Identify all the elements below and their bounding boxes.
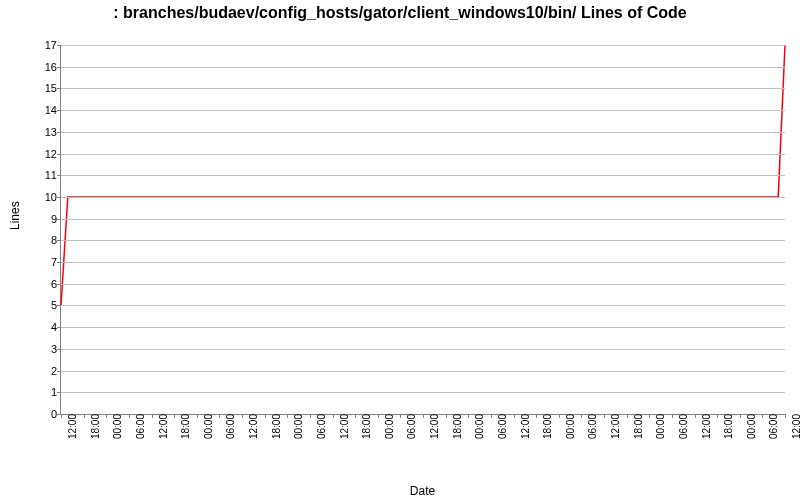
x-tick-mark (378, 414, 379, 418)
gridline (61, 327, 785, 328)
y-tick-label: 15 (27, 83, 61, 94)
x-tick-mark (310, 414, 311, 418)
x-tick-mark (672, 414, 673, 418)
x-tick-label: 12:00 (426, 414, 440, 439)
x-tick-label: 12:00 (788, 414, 800, 439)
gridline (61, 132, 785, 133)
x-tick-label: 18:00 (630, 414, 644, 439)
x-tick-mark (514, 414, 515, 418)
x-tick-label: 18:00 (449, 414, 463, 439)
y-tick-label: 10 (27, 191, 61, 202)
y-axis-label: Lines (8, 201, 22, 230)
x-tick-label: 12:00 (517, 414, 531, 439)
x-tick-label: 18:00 (268, 414, 282, 439)
x-tick-mark (491, 414, 492, 418)
gridline (61, 240, 785, 241)
x-tick-mark (785, 414, 786, 418)
x-tick-mark (219, 414, 220, 418)
x-tick-mark (129, 414, 130, 418)
x-tick-mark (287, 414, 288, 418)
x-tick-mark (536, 414, 537, 418)
x-tick-mark (649, 414, 650, 418)
y-tick-label: 11 (27, 170, 61, 181)
y-tick-label: 2 (27, 365, 61, 376)
gridline (61, 197, 785, 198)
x-tick-mark (174, 414, 175, 418)
x-tick-mark (717, 414, 718, 418)
x-tick-label: 12:00 (155, 414, 169, 439)
chart-line (61, 45, 785, 414)
y-tick-label: 4 (27, 322, 61, 333)
x-tick-label: 12:00 (64, 414, 78, 439)
y-tick-label: 6 (27, 278, 61, 289)
y-tick-label: 16 (27, 61, 61, 72)
y-tick-label: 13 (27, 126, 61, 137)
x-tick-label: 00:00 (381, 414, 395, 439)
x-tick-label: 06:00 (132, 414, 146, 439)
gridline (61, 67, 785, 68)
x-tick-mark (333, 414, 334, 418)
x-tick-label: 18:00 (177, 414, 191, 439)
y-tick-label: 0 (27, 409, 61, 420)
x-tick-label: 00:00 (200, 414, 214, 439)
x-tick-label: 18:00 (720, 414, 734, 439)
y-tick-label: 7 (27, 257, 61, 268)
x-tick-mark (106, 414, 107, 418)
gridline (61, 305, 785, 306)
y-tick-label: 5 (27, 300, 61, 311)
x-tick-label: 06:00 (584, 414, 598, 439)
y-tick-label: 17 (27, 40, 61, 51)
x-tick-mark (355, 414, 356, 418)
x-tick-label: 06:00 (765, 414, 779, 439)
gridline (61, 154, 785, 155)
x-tick-mark (265, 414, 266, 418)
x-tick-mark (740, 414, 741, 418)
gridline (61, 110, 785, 111)
x-tick-mark (152, 414, 153, 418)
chart-container: : branches/budaev/config_hosts/gator/cli… (0, 0, 800, 500)
x-tick-mark (423, 414, 424, 418)
x-tick-mark (84, 414, 85, 418)
x-tick-label: 06:00 (222, 414, 236, 439)
x-tick-mark (695, 414, 696, 418)
x-tick-label: 06:00 (403, 414, 417, 439)
x-tick-mark (61, 414, 62, 418)
x-tick-mark (400, 414, 401, 418)
x-tick-label: 12:00 (336, 414, 350, 439)
x-tick-label: 12:00 (698, 414, 712, 439)
x-tick-label: 12:00 (245, 414, 259, 439)
x-tick-mark (242, 414, 243, 418)
x-tick-label: 06:00 (494, 414, 508, 439)
x-tick-label: 00:00 (743, 414, 757, 439)
x-tick-label: 00:00 (652, 414, 666, 439)
x-tick-label: 00:00 (471, 414, 485, 439)
x-tick-mark (559, 414, 560, 418)
gridline (61, 371, 785, 372)
x-tick-label: 06:00 (313, 414, 327, 439)
x-tick-label: 00:00 (290, 414, 304, 439)
y-tick-label: 14 (27, 105, 61, 116)
x-tick-label: 00:00 (109, 414, 123, 439)
x-tick-mark (627, 414, 628, 418)
chart-title: : branches/budaev/config_hosts/gator/cli… (0, 4, 800, 22)
gridline (61, 175, 785, 176)
x-tick-label: 12:00 (607, 414, 621, 439)
gridline (61, 45, 785, 46)
x-tick-label: 18:00 (358, 414, 372, 439)
x-tick-label: 00:00 (562, 414, 576, 439)
gridline (61, 88, 785, 89)
gridline (61, 219, 785, 220)
x-tick-mark (762, 414, 763, 418)
y-tick-label: 9 (27, 213, 61, 224)
x-tick-mark (581, 414, 582, 418)
x-tick-mark (468, 414, 469, 418)
x-axis-label: Date (60, 484, 785, 498)
gridline (61, 262, 785, 263)
plot-area: 0123456789101112131415161712:0018:0000:0… (60, 45, 785, 415)
y-tick-label: 3 (27, 343, 61, 354)
y-tick-label: 8 (27, 235, 61, 246)
gridline (61, 392, 785, 393)
x-tick-mark (446, 414, 447, 418)
x-tick-mark (197, 414, 198, 418)
x-tick-label: 06:00 (675, 414, 689, 439)
